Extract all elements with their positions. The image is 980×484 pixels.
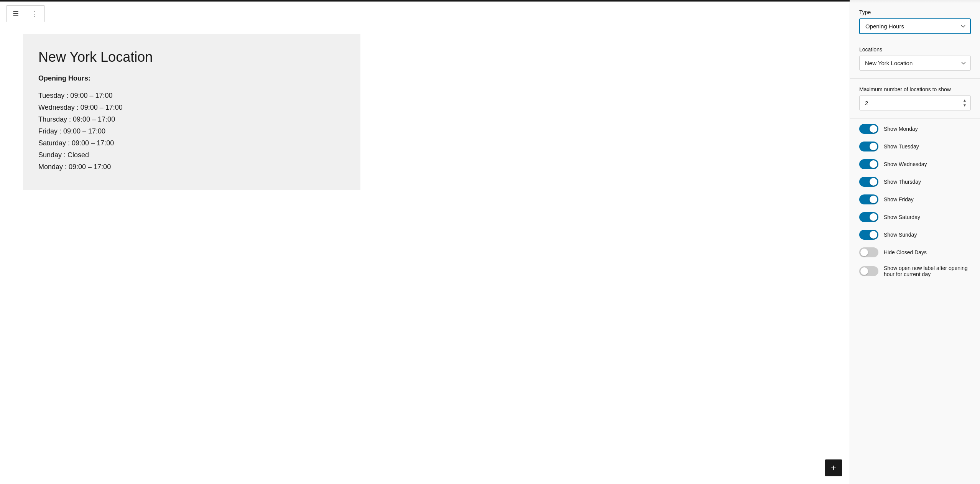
locations-select[interactable]: New York LocationLos Angeles LocationChi… [859,56,971,71]
hours-list-item: Sunday : Closed [38,151,345,159]
toggle-show-tuesday[interactable] [859,142,878,151]
toggle-label-show-tuesday: Show Tuesday [884,143,919,150]
toggle-row-show-thursday: Show Thursday [850,173,980,191]
max-locations-row: ▲ ▼ [859,95,971,110]
type-section: Type Opening HoursBusiness HoursCustom H… [850,3,980,40]
toggle-row-hide-closed-days: Hide Closed Days [850,244,980,261]
hours-list-item: Thursday : 09:00 – 17:00 [38,115,345,123]
type-select[interactable]: Opening HoursBusiness HoursCustom Hours [859,18,971,34]
opening-hours-label: Opening Hours: [38,74,345,82]
toggle-label-show-friday: Show Friday [884,196,914,202]
hours-list-item: Tuesday : 09:00 – 17:00 [38,92,345,100]
toggle-row-show-sunday: Show Sunday [850,226,980,244]
toggle-show-wednesday[interactable] [859,159,878,169]
toggle-row-show-tuesday: Show Tuesday [850,138,980,155]
list-icon: ☰ [13,10,19,18]
toggle-row-show-open-now: Show open now label after opening hour f… [850,261,980,281]
toggle-label-show-thursday: Show Thursday [884,179,921,185]
max-locations-label: Maximum number of locations to show [859,86,971,92]
panel-scroll-indicator [850,0,980,3]
add-block-button[interactable]: + [825,459,842,476]
toggle-hide-closed-days[interactable] [859,247,878,257]
divider-1 [850,78,980,79]
toggle-show-friday[interactable] [859,194,878,204]
editor-area: ☰ ⋮ New York Location Opening Hours: Tue… [0,0,850,484]
block-title: New York Location [38,49,345,65]
stepper-arrows: ▲ ▼ [962,98,968,108]
locations-label: Locations [859,46,971,53]
toggle-label-show-saturday: Show Saturday [884,214,920,220]
more-icon: ⋮ [31,10,38,18]
toolbar-row: ☰ ⋮ [0,2,850,26]
hours-list-item: Saturday : 09:00 – 17:00 [38,139,345,147]
toggle-show-sunday[interactable] [859,230,878,240]
toggles-container: Show MondayShow TuesdayShow WednesdaySho… [850,120,980,281]
toggle-row-show-monday: Show Monday [850,120,980,138]
stepper-up[interactable]: ▲ [962,98,968,103]
toggle-row-show-saturday: Show Saturday [850,208,980,226]
toggle-label-show-wednesday: Show Wednesday [884,161,927,167]
more-options-button[interactable]: ⋮ [25,6,44,22]
locations-section: Locations New York LocationLos Angeles L… [850,40,980,77]
toggle-show-monday[interactable] [859,124,878,134]
toggle-label-show-sunday: Show Sunday [884,232,917,238]
toggle-show-open-now[interactable] [859,266,878,276]
hours-list-item: Friday : 09:00 – 17:00 [38,127,345,135]
toolbar-btn-group: ☰ ⋮ [6,5,45,22]
divider-2 [850,118,980,119]
hours-list-item: Monday : 09:00 – 17:00 [38,163,345,171]
settings-panel: Type Opening HoursBusiness HoursCustom H… [850,0,980,484]
toggle-show-thursday[interactable] [859,177,878,187]
block-content: New York Location Opening Hours: Tuesday… [23,34,360,190]
type-label: Type [859,9,971,15]
max-locations-section: Maximum number of locations to show ▲ ▼ [850,80,980,117]
toggle-label-hide-closed-days: Hide Closed Days [884,249,927,255]
toggle-label-show-open-now: Show open now label after opening hour f… [884,265,971,277]
hours-list: Tuesday : 09:00 – 17:00Wednesday : 09:00… [38,92,345,171]
stepper-down[interactable]: ▼ [962,103,968,108]
list-view-button[interactable]: ☰ [7,6,25,22]
max-locations-input[interactable] [859,95,971,110]
toggle-row-show-wednesday: Show Wednesday [850,155,980,173]
toggle-label-show-monday: Show Monday [884,126,918,132]
toggle-row-show-friday: Show Friday [850,191,980,208]
hours-list-item: Wednesday : 09:00 – 17:00 [38,104,345,112]
toggle-show-saturday[interactable] [859,212,878,222]
